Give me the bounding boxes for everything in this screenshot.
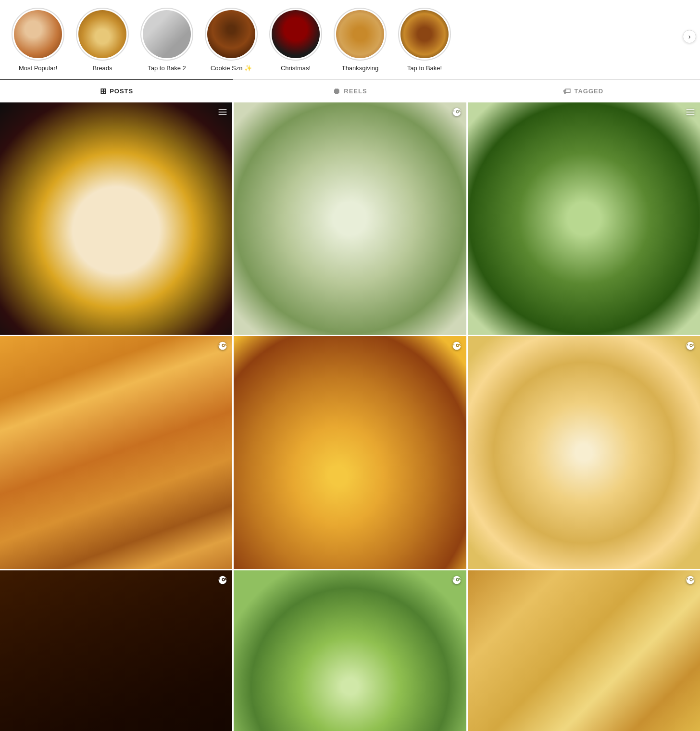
posts-grid xyxy=(0,102,700,731)
post-item-post-8[interactable] xyxy=(234,570,466,731)
post-image-post-6 xyxy=(468,336,700,568)
reel-icon-post-2 xyxy=(452,107,462,120)
highlight-ring-christmas xyxy=(269,8,322,61)
reel-icon-post-7 xyxy=(218,575,227,588)
tab-tagged[interactable]: 🏷 TAGGED xyxy=(467,79,700,102)
tab-icon-tagged: 🏷 xyxy=(563,87,571,96)
post-image-post-5 xyxy=(234,336,466,568)
post-image-post-8 xyxy=(234,570,466,731)
highlight-item-tap-to-bake-2[interactable]: Tap to Bake 2 xyxy=(140,8,193,72)
post-image-post-7 xyxy=(0,570,232,731)
highlights-next-button[interactable]: › xyxy=(683,30,696,43)
highlight-ring-cookie-szn xyxy=(205,8,258,61)
highlight-label-tap-to-bake: Tap to Bake! xyxy=(407,64,442,72)
highlight-label-christmas: Christmas! xyxy=(281,64,311,72)
highlight-item-cookie-szn[interactable]: Cookie Szn ✨ xyxy=(205,8,258,72)
highlight-item-breads[interactable]: Breads xyxy=(76,8,129,72)
highlight-ring-most-popular xyxy=(12,8,64,61)
post-item-post-3[interactable] xyxy=(468,102,700,335)
reel-icon-post-5 xyxy=(452,341,462,353)
highlight-item-christmas[interactable]: Christmas! xyxy=(269,8,322,72)
post-item-post-2[interactable] xyxy=(234,102,466,335)
tab-posts[interactable]: ⊞ POSTS xyxy=(0,79,233,102)
post-item-post-7[interactable] xyxy=(0,570,232,731)
reel-icon-post-6 xyxy=(686,341,695,353)
highlight-image-cookie-szn xyxy=(207,10,255,58)
post-item-post-6[interactable] xyxy=(468,336,700,568)
post-image-post-1 xyxy=(0,102,232,335)
tab-icon-reels: ⏺ xyxy=(333,87,341,96)
post-image-post-9 xyxy=(468,570,700,731)
post-image-post-4 xyxy=(0,336,232,568)
carousel-icon-post-3 xyxy=(686,107,695,119)
highlight-image-tap-to-bake xyxy=(400,10,449,58)
post-item-post-4[interactable] xyxy=(0,336,232,568)
highlight-label-most-popular: Most Popular! xyxy=(19,64,57,72)
highlight-ring-thanksgiving xyxy=(334,8,387,61)
highlight-image-breads xyxy=(78,10,126,58)
highlight-image-most-popular xyxy=(14,10,62,58)
post-item-post-1[interactable] xyxy=(0,102,232,335)
highlight-image-christmas xyxy=(272,10,320,58)
post-item-post-5[interactable] xyxy=(234,336,466,568)
highlight-ring-breads xyxy=(76,8,129,61)
post-image-post-2 xyxy=(234,102,466,335)
tab-label-tagged: TAGGED xyxy=(574,88,603,95)
post-item-post-9[interactable] xyxy=(468,570,700,731)
highlight-label-tap-to-bake-2: Tap to Bake 2 xyxy=(148,64,186,72)
highlight-item-most-popular[interactable]: Most Popular! xyxy=(12,8,64,72)
highlight-label-cookie-szn: Cookie Szn ✨ xyxy=(211,64,252,72)
tab-bar: ⊞ POSTS ⏺ REELS 🏷 TAGGED xyxy=(0,79,700,102)
carousel-icon-post-1 xyxy=(218,107,227,119)
reel-icon-post-4 xyxy=(218,341,227,353)
highlight-item-thanksgiving[interactable]: Thanksgiving xyxy=(334,8,387,72)
highlight-image-tap-to-bake-2 xyxy=(143,10,191,58)
post-image-post-3 xyxy=(468,102,700,335)
highlight-ring-tap-to-bake xyxy=(398,8,451,61)
tab-label-reels: REELS xyxy=(344,88,367,95)
highlight-label-thanksgiving: Thanksgiving xyxy=(342,64,379,72)
highlights-section: Most Popular! Breads Tap to Bake 2 Cooki… xyxy=(0,0,700,76)
highlight-label-breads: Breads xyxy=(92,64,112,72)
tab-label-posts: POSTS xyxy=(110,88,133,95)
reel-icon-post-8 xyxy=(452,575,462,588)
highlight-ring-tap-to-bake-2 xyxy=(140,8,193,61)
highlight-item-tap-to-bake[interactable]: Tap to Bake! xyxy=(398,8,451,72)
highlight-image-thanksgiving xyxy=(336,10,384,58)
tab-icon-posts: ⊞ xyxy=(100,87,107,96)
tab-reels[interactable]: ⏺ REELS xyxy=(233,79,466,102)
reel-icon-post-9 xyxy=(686,575,695,588)
